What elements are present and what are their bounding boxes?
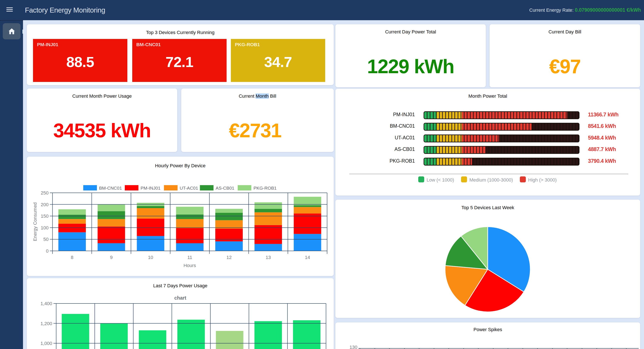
svg-text:50: 50 (44, 237, 48, 242)
svg-text:0: 0 (46, 248, 48, 254)
svg-text:9: 9 (110, 255, 113, 260)
svg-text:PM-INJ01: PM-INJ01 (140, 186, 160, 190)
svg-text:1,200: 1,200 (40, 321, 52, 326)
svg-text:150: 150 (41, 213, 48, 219)
svg-text:8: 8 (71, 255, 73, 260)
svg-text:100: 100 (41, 225, 48, 231)
svg-text:200: 200 (41, 202, 48, 207)
svg-text:1,400: 1,400 (40, 301, 52, 306)
svg-text:14: 14 (305, 255, 310, 260)
svg-text:1,000: 1,000 (40, 341, 52, 346)
svg-text:Hours: Hours (184, 263, 196, 268)
svg-text:BM-CNC01: BM-CNC01 (99, 186, 122, 190)
svg-text:AS-CB01: AS-CB01 (216, 186, 234, 190)
svg-text:UT-AC01: UT-AC01 (180, 186, 198, 190)
svg-text:10: 10 (148, 255, 153, 260)
svg-text:250: 250 (41, 190, 48, 196)
svg-text:PKG-ROB1: PKG-ROB1 (254, 186, 277, 190)
svg-text:12: 12 (226, 255, 232, 260)
svg-text:13: 13 (266, 255, 271, 260)
svg-text:11: 11 (188, 255, 192, 260)
svg-text:Energy Consumed: Energy Consumed (32, 202, 38, 241)
